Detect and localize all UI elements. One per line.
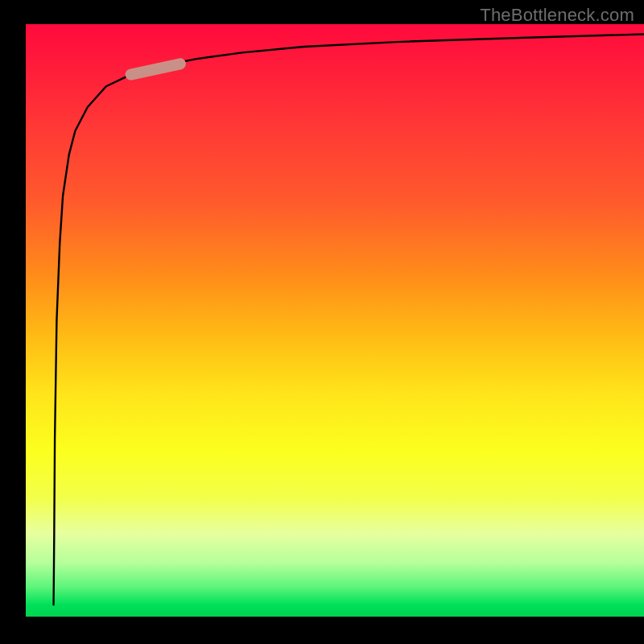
main-curve	[54, 35, 644, 605]
watermark-text: TheBottleneck.com	[480, 5, 634, 26]
chart-frame: TheBottleneck.com	[0, 0, 644, 644]
plot-area	[26, 24, 644, 617]
highlight-segment	[131, 64, 180, 74]
curve-layer	[26, 24, 644, 617]
